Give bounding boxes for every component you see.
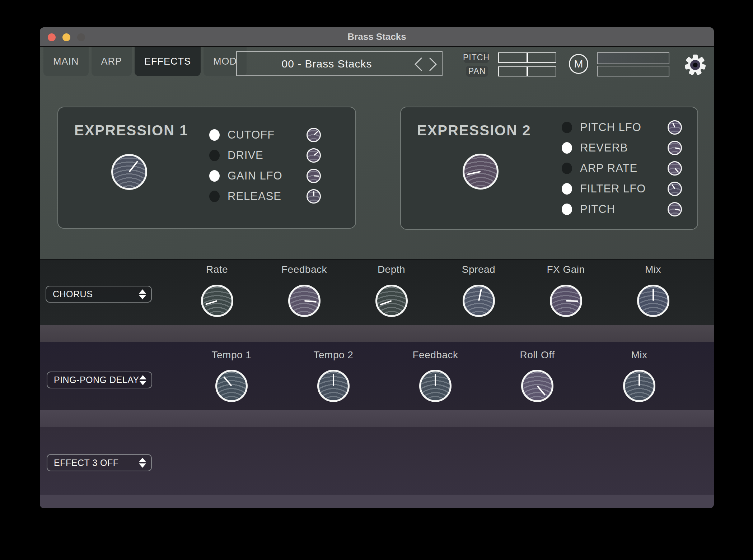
mod-amount-knob-release[interactable]	[307, 189, 321, 204]
settings-gear-button[interactable]	[684, 54, 706, 76]
preset-prev-button[interactable]	[413, 56, 424, 72]
updown-arrows-icon	[139, 458, 146, 468]
mod-target-row-cutoff: CUTOFF	[209, 125, 321, 145]
mod-enable-radio-release[interactable]	[209, 191, 220, 202]
knob-feedback[interactable]	[288, 285, 321, 317]
output-meter-bottom	[597, 66, 669, 76]
fx-knob-column-spread: Spread	[435, 259, 522, 325]
fx-knob-label: FX Gain	[547, 263, 585, 276]
expression1-main-knob[interactable]	[111, 154, 147, 190]
knob-feedback[interactable]	[419, 370, 452, 402]
knob-pointer	[313, 191, 314, 196]
pitch-slider[interactable]	[498, 52, 556, 63]
knob-spread[interactable]	[463, 285, 495, 317]
knob-rate[interactable]	[201, 285, 233, 317]
mod-target-row-gain-lfo: GAIN LFO	[209, 165, 321, 186]
knob-tempo-1[interactable]	[215, 370, 248, 402]
mod-target-label: RELEASE	[228, 190, 307, 203]
tab-bar: MAIN ARP EFFECTS MOD	[43, 47, 247, 76]
mod-enable-radio-pitch[interactable]	[562, 204, 572, 215]
knob-pointer	[205, 300, 217, 305]
fx-knob-label: Roll Off	[520, 349, 555, 361]
pan-slider-thumb[interactable]	[527, 67, 528, 76]
mod-target-row-arp-rate: ARP RATE	[562, 158, 682, 178]
mono-button[interactable]: M	[569, 54, 588, 74]
knob-pointer	[672, 122, 675, 127]
expression1-title: EXPRESSION 1	[74, 122, 188, 139]
pitch-label: PITCH	[464, 52, 489, 63]
mod-amount-knob-reverb[interactable]	[668, 141, 682, 155]
mod-target-label: REVERB	[580, 141, 668, 154]
effect1-selector[interactable]: CHORUS	[46, 286, 152, 303]
knob-pointer	[128, 161, 138, 172]
pan-label: PAN	[466, 66, 488, 77]
mod-enable-radio-reverb[interactable]	[562, 142, 572, 154]
mod-amount-knob-arp-rate[interactable]	[668, 161, 682, 176]
effect2-selector-value: PING-PONG DELAY	[54, 375, 139, 385]
mod-amount-knob-gain-lfo[interactable]	[307, 169, 321, 183]
fx-knob-column-mix: Mix	[609, 259, 697, 325]
knob-roll-off[interactable]	[521, 370, 553, 402]
knob-pointer	[467, 171, 481, 175]
knob-fx-gain[interactable]	[550, 285, 582, 317]
mod-enable-radio-filter-lfo[interactable]	[562, 183, 572, 195]
mod-amount-knob-pitch[interactable]	[668, 202, 682, 216]
fx-knob-column-feedback: Feedback	[261, 259, 348, 325]
mod-enable-radio-gain-lfo[interactable]	[209, 170, 220, 182]
preset-next-button[interactable]	[427, 56, 438, 72]
knob-pointer	[566, 300, 578, 302]
effect3-selector[interactable]: EFFECT 3 OFF	[47, 454, 152, 471]
bottom-strip	[40, 495, 714, 508]
mod-target-label: ARP RATE	[580, 162, 668, 175]
mod-target-row-release: RELEASE	[209, 186, 321, 206]
knob-pointer	[223, 376, 232, 387]
knob-mix[interactable]	[637, 285, 669, 317]
mod-target-label: GAIN LFO	[228, 169, 307, 182]
mod-enable-radio-pitch-lfo[interactable]	[562, 122, 572, 133]
mod-target-label: DRIVE	[228, 149, 307, 162]
expression2-main-knob[interactable]	[463, 154, 499, 190]
expression1-target-list: CUTOFFDRIVEGAIN LFORELEASE	[209, 125, 321, 206]
knob-pointer	[313, 131, 318, 135]
fx-knob-label: Depth	[378, 263, 405, 276]
knob-pointer	[671, 184, 675, 189]
fx-knob-column-tempo-1: Tempo 1	[181, 342, 282, 410]
mod-target-row-reverb: REVERB	[562, 137, 682, 158]
fx-knob-column-rate: Rate	[173, 259, 261, 325]
mod-target-label: FILTER LFO	[580, 182, 668, 195]
knob-pointer	[653, 289, 654, 301]
expression2-title: EXPRESSION 2	[417, 122, 531, 139]
mod-target-row-drive: DRIVE	[209, 145, 321, 165]
mod-amount-knob-cutoff[interactable]	[307, 128, 321, 142]
tab-arp[interactable]: ARP	[92, 47, 132, 76]
mod-target-row-pitch-lfo: PITCH LFO	[562, 117, 682, 137]
updown-arrows-icon	[139, 375, 146, 385]
knob-pointer	[435, 374, 436, 386]
mod-amount-knob-pitch-lfo[interactable]	[668, 120, 682, 135]
knob-pointer	[537, 386, 546, 396]
effect2-knob-row: Tempo 1Tempo 2FeedbackRoll OffMix	[181, 342, 690, 410]
mod-amount-knob-filter-lfo[interactable]	[668, 182, 682, 196]
fx-knob-column-mix: Mix	[588, 342, 690, 410]
mod-enable-radio-arp-rate[interactable]	[562, 163, 572, 174]
preset-selector[interactable]: 00 - Brass Stacks	[236, 51, 443, 76]
mod-amount-knob-drive[interactable]	[307, 148, 321, 163]
mod-enable-radio-drive[interactable]	[209, 150, 220, 161]
tab-main[interactable]: MAIN	[43, 47, 89, 76]
mod-enable-radio-cutoff[interactable]	[209, 129, 220, 141]
fx-knob-label: Feedback	[413, 349, 458, 361]
pitch-slider-thumb[interactable]	[527, 53, 528, 62]
knob-tempo-2[interactable]	[317, 370, 350, 402]
effect2-selector[interactable]: PING-PONG DELAY	[47, 372, 152, 388]
knob-depth[interactable]	[375, 285, 408, 317]
fx-knob-column-fx-gain: FX Gain	[522, 259, 609, 325]
fx-knob-column-tempo-2: Tempo 2	[282, 342, 384, 410]
preset-name: 00 - Brass Stacks	[237, 58, 442, 70]
mod-target-row-filter-lfo: FILTER LFO	[562, 178, 682, 199]
tab-effects[interactable]: EFFECTS	[135, 47, 201, 76]
knob-pointer	[478, 289, 482, 301]
pan-slider[interactable]	[498, 66, 556, 76]
window-title: Brass Stacks	[40, 27, 714, 46]
mod-target-label: CUTOFF	[228, 129, 307, 141]
knob-mix[interactable]	[623, 370, 655, 402]
